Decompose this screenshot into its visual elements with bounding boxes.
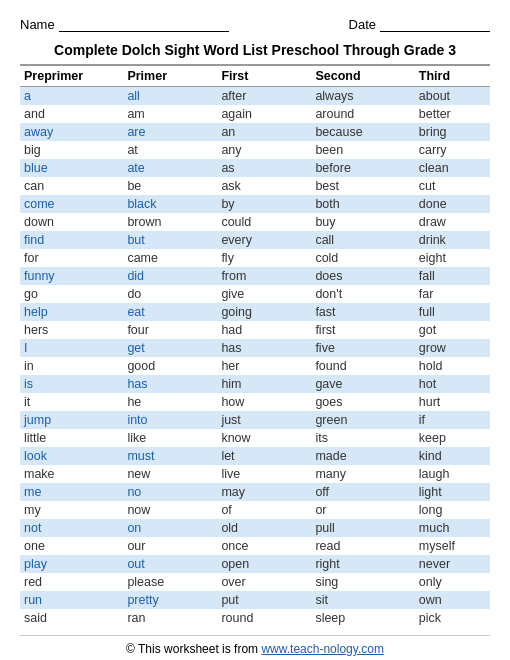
cell-primer: are	[123, 123, 217, 141]
table-row: ithehowgoeshurt	[20, 393, 490, 411]
cell-preprimer: away	[20, 123, 123, 141]
cell-primer: now	[123, 501, 217, 519]
cell-primer: four	[123, 321, 217, 339]
cell-second: sing	[311, 573, 414, 591]
col-header-primer: Primer	[123, 65, 217, 87]
cell-preprimer: come	[20, 195, 123, 213]
cell-first: has	[217, 339, 311, 357]
cell-second: before	[311, 159, 414, 177]
table-row: forcameflycoldeight	[20, 249, 490, 267]
cell-second: its	[311, 429, 414, 447]
cell-primer: out	[123, 555, 217, 573]
cell-primer: new	[123, 465, 217, 483]
cell-primer: has	[123, 375, 217, 393]
cell-preprimer: one	[20, 537, 123, 555]
cell-third: carry	[415, 141, 490, 159]
table-row: mynowoforlong	[20, 501, 490, 519]
page-title: Complete Dolch Sight Word List Preschool…	[20, 42, 490, 58]
table-row: littlelikeknowitskeep	[20, 429, 490, 447]
table-row: aallafteralwaysabout	[20, 87, 490, 106]
cell-second: sit	[311, 591, 414, 609]
cell-preprimer: it	[20, 393, 123, 411]
cell-third: draw	[415, 213, 490, 231]
cell-second: because	[311, 123, 414, 141]
table-row: awayareanbecausebring	[20, 123, 490, 141]
cell-first: after	[217, 87, 311, 106]
table-row: bigatanybeencarry	[20, 141, 490, 159]
footer-link[interactable]: www.teach-nology.com	[261, 642, 384, 656]
cell-first: round	[217, 609, 311, 627]
cell-second: fast	[311, 303, 414, 321]
cell-second: five	[311, 339, 414, 357]
cell-primer: but	[123, 231, 217, 249]
date-label: Date	[349, 17, 376, 32]
cell-preprimer: said	[20, 609, 123, 627]
cell-preprimer: funny	[20, 267, 123, 285]
cell-third: eight	[415, 249, 490, 267]
cell-third: pick	[415, 609, 490, 627]
cell-first: had	[217, 321, 311, 339]
cell-preprimer: blue	[20, 159, 123, 177]
cell-third: never	[415, 555, 490, 573]
cell-third: got	[415, 321, 490, 339]
cell-second: goes	[311, 393, 414, 411]
cell-preprimer: can	[20, 177, 123, 195]
cell-third: hold	[415, 357, 490, 375]
cell-primer: at	[123, 141, 217, 159]
table-row: playoutopenrightnever	[20, 555, 490, 573]
cell-second: both	[311, 195, 414, 213]
cell-second: off	[311, 483, 414, 501]
date-field: Date	[349, 16, 490, 32]
cell-preprimer: for	[20, 249, 123, 267]
cell-primer: ran	[123, 609, 217, 627]
cell-primer: on	[123, 519, 217, 537]
table-row: redpleaseoversingonly	[20, 573, 490, 591]
table-row: Igethasfivegrow	[20, 339, 490, 357]
col-header-preprimer: Preprimer	[20, 65, 123, 87]
date-underline	[380, 16, 490, 32]
cell-second: first	[311, 321, 414, 339]
cell-preprimer: big	[20, 141, 123, 159]
cell-first: how	[217, 393, 311, 411]
header-section: Name Date	[20, 16, 490, 32]
cell-primer: into	[123, 411, 217, 429]
cell-preprimer: and	[20, 105, 123, 123]
cell-second: around	[311, 105, 414, 123]
table-row: andamagainaroundbetter	[20, 105, 490, 123]
cell-primer: black	[123, 195, 217, 213]
cell-second: gave	[311, 375, 414, 393]
name-label: Name	[20, 17, 55, 32]
cell-third: full	[415, 303, 490, 321]
cell-third: drink	[415, 231, 490, 249]
cell-second: green	[311, 411, 414, 429]
cell-primer: our	[123, 537, 217, 555]
cell-preprimer: play	[20, 555, 123, 573]
cell-second: made	[311, 447, 414, 465]
cell-first: open	[217, 555, 311, 573]
cell-third: far	[415, 285, 490, 303]
cell-preprimer: not	[20, 519, 123, 537]
cell-second: pull	[311, 519, 414, 537]
cell-third: myself	[415, 537, 490, 555]
cell-third: better	[415, 105, 490, 123]
cell-primer: pretty	[123, 591, 217, 609]
cell-first: him	[217, 375, 311, 393]
cell-third: keep	[415, 429, 490, 447]
cell-second: always	[311, 87, 414, 106]
cell-second: don't	[311, 285, 414, 303]
cell-first: ask	[217, 177, 311, 195]
cell-first: from	[217, 267, 311, 285]
col-header-first: First	[217, 65, 311, 87]
cell-first: going	[217, 303, 311, 321]
cell-second: right	[311, 555, 414, 573]
table-row: helpeatgoingfastfull	[20, 303, 490, 321]
cell-primer: get	[123, 339, 217, 357]
cell-first: put	[217, 591, 311, 609]
cell-preprimer: make	[20, 465, 123, 483]
cell-second: read	[311, 537, 414, 555]
cell-second: sleep	[311, 609, 414, 627]
cell-preprimer: run	[20, 591, 123, 609]
table-row: funnydidfromdoesfall	[20, 267, 490, 285]
cell-third: long	[415, 501, 490, 519]
cell-preprimer: look	[20, 447, 123, 465]
